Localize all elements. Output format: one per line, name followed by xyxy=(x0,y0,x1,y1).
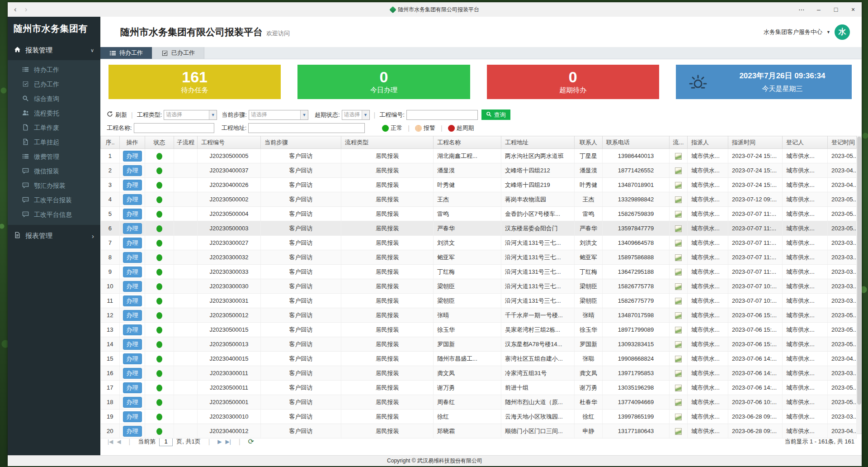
addr-input[interactable] xyxy=(248,123,365,133)
cell-flow[interactable] xyxy=(670,149,688,163)
handle-button[interactable]: 办理 xyxy=(123,281,142,292)
handle-button[interactable]: 办理 xyxy=(123,151,142,162)
more-menu-icon[interactable]: ⋯ xyxy=(793,2,810,17)
handle-button[interactable]: 办理 xyxy=(123,209,142,219)
cell-flow[interactable] xyxy=(670,178,688,192)
cell-flow[interactable] xyxy=(670,323,688,337)
sidebar-section-baozhuang[interactable]: 报装管理 ∨ xyxy=(8,40,100,60)
sidebar-item-10[interactable]: 工改平台信息 xyxy=(8,208,100,222)
cell-action[interactable]: 办理 xyxy=(120,178,145,192)
cell-action[interactable]: 办理 xyxy=(120,163,145,178)
sidebar-item-4[interactable]: 工单作废 xyxy=(8,121,100,135)
sidebar-item-5[interactable]: 工单挂起 xyxy=(8,135,100,150)
cell-action[interactable]: 办理 xyxy=(120,149,145,163)
cell-action[interactable]: 办理 xyxy=(120,424,145,438)
last-page-icon[interactable]: ▶| xyxy=(226,438,231,445)
cell-action[interactable]: 办理 xyxy=(120,221,145,236)
handle-button[interactable]: 办理 xyxy=(123,382,142,393)
handle-button[interactable]: 办理 xyxy=(123,368,142,379)
cell-action[interactable]: 办理 xyxy=(120,381,145,395)
overdue-select[interactable]: 请选择 ▼ xyxy=(342,110,370,120)
sidebar-item-0[interactable]: 待办工作 xyxy=(8,63,100,77)
cell-action[interactable]: 办理 xyxy=(120,192,145,207)
flow-chart-icon[interactable] xyxy=(675,269,682,276)
next-page-icon[interactable]: ▶ xyxy=(217,438,222,445)
avatar[interactable]: 水 xyxy=(835,24,850,40)
prev-page-icon[interactable]: ◀ xyxy=(117,438,121,445)
cell-action[interactable]: 办理 xyxy=(120,294,145,308)
reload-grid-icon[interactable]: ⟳ xyxy=(248,438,254,445)
cell-flow[interactable] xyxy=(670,395,688,410)
handle-button[interactable]: 办理 xyxy=(123,194,142,205)
step-select[interactable]: 请选择 ▼ xyxy=(249,110,308,120)
flow-chart-icon[interactable] xyxy=(675,196,682,203)
tab-1[interactable]: 已办工作 xyxy=(152,47,204,59)
cell-action[interactable]: 办理 xyxy=(120,207,145,221)
cell-flow[interactable] xyxy=(670,207,688,221)
cell-flow[interactable] xyxy=(670,250,688,265)
flow-chart-icon[interactable] xyxy=(675,312,682,319)
flow-chart-icon[interactable] xyxy=(675,385,682,391)
cell-flow[interactable] xyxy=(670,221,688,236)
handle-button[interactable]: 办理 xyxy=(123,267,142,277)
flow-chart-icon[interactable] xyxy=(675,254,682,261)
cell-action[interactable]: 办理 xyxy=(120,308,145,323)
flow-chart-icon[interactable] xyxy=(675,153,682,160)
handle-button[interactable]: 办理 xyxy=(123,295,142,306)
flow-chart-icon[interactable] xyxy=(675,428,682,435)
handle-button[interactable]: 办理 xyxy=(123,426,142,437)
sidebar-item-7[interactable]: 微信报装 xyxy=(8,164,100,179)
cell-flow[interactable] xyxy=(670,192,688,207)
cell-flow[interactable] xyxy=(670,308,688,323)
flow-chart-icon[interactable] xyxy=(675,298,682,305)
type-select[interactable]: 请选择 ▼ xyxy=(164,110,217,120)
handle-button[interactable]: 办理 xyxy=(123,180,142,191)
maximize-icon[interactable]: □ xyxy=(827,2,844,17)
flow-chart-icon[interactable] xyxy=(675,414,682,420)
cell-flow[interactable] xyxy=(670,337,688,352)
flow-chart-icon[interactable] xyxy=(675,370,682,377)
flow-chart-icon[interactable] xyxy=(675,225,682,232)
handle-button[interactable]: 办理 xyxy=(123,339,142,350)
cell-action[interactable]: 办理 xyxy=(120,395,145,410)
handle-button[interactable]: 办理 xyxy=(123,310,142,321)
handle-button[interactable]: 办理 xyxy=(123,397,142,408)
cell-action[interactable]: 办理 xyxy=(120,279,145,294)
cell-flow[interactable] xyxy=(670,265,688,279)
handle-button[interactable]: 办理 xyxy=(123,238,142,248)
cell-action[interactable]: 办理 xyxy=(120,250,145,265)
cell-flow[interactable] xyxy=(670,279,688,294)
scrollbar-thumb[interactable] xyxy=(857,137,861,405)
flow-chart-icon[interactable] xyxy=(675,341,682,348)
close-icon[interactable]: × xyxy=(844,2,862,17)
flow-chart-icon[interactable] xyxy=(675,356,682,362)
sidebar-item-8[interactable]: 鄂汇办报装 xyxy=(8,179,100,193)
handle-button[interactable]: 办理 xyxy=(123,223,142,234)
refresh-button[interactable]: 刷新 xyxy=(107,111,127,119)
code-input[interactable] xyxy=(406,110,478,120)
flow-chart-icon[interactable] xyxy=(675,167,682,174)
cell-action[interactable]: 办理 xyxy=(120,366,145,381)
handle-button[interactable]: 办理 xyxy=(123,353,142,364)
cell-flow[interactable] xyxy=(670,236,688,250)
cell-flow[interactable] xyxy=(670,294,688,308)
handle-button[interactable]: 办理 xyxy=(123,324,142,335)
cell-flow[interactable] xyxy=(670,366,688,381)
back-icon[interactable]: ‹ xyxy=(14,5,17,14)
cell-action[interactable]: 办理 xyxy=(120,236,145,250)
cell-flow[interactable] xyxy=(670,381,688,395)
flow-chart-icon[interactable] xyxy=(675,327,682,334)
flow-chart-icon[interactable] xyxy=(675,211,682,218)
flow-chart-icon[interactable] xyxy=(675,182,682,189)
cell-flow[interactable] xyxy=(670,424,688,438)
forward-icon[interactable]: › xyxy=(25,5,28,14)
flow-chart-icon[interactable] xyxy=(675,399,682,406)
sidebar-item-3[interactable]: 流程委托 xyxy=(8,106,100,121)
first-page-icon[interactable]: |◀ xyxy=(108,438,113,445)
cell-action[interactable]: 办理 xyxy=(120,337,145,352)
cell-flow[interactable] xyxy=(670,352,688,366)
flow-chart-icon[interactable] xyxy=(675,240,682,247)
sidebar-item-6[interactable]: 缴费管理 xyxy=(8,150,100,164)
vertical-scrollbar[interactable] xyxy=(857,136,862,434)
sidebar-section-reports[interactable]: 报表管理 › xyxy=(8,226,100,246)
